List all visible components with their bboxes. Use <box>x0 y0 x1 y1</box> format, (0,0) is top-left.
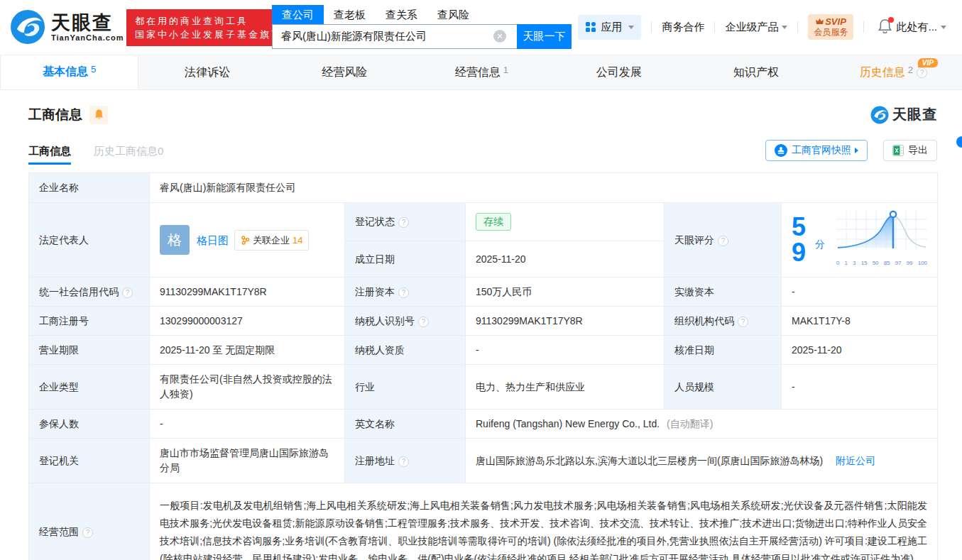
export-button[interactable]: 导出 <box>883 140 937 161</box>
menu-more[interactable]: 此处有... <box>896 21 946 34</box>
tab-count: 1 <box>503 65 508 75</box>
vip-badge: VIP <box>918 58 938 67</box>
brand-domain: TianYanCha.com <box>51 33 124 42</box>
tab-intellectual-property[interactable]: 知识产权 <box>687 55 824 89</box>
org-network-icon <box>241 236 250 245</box>
status-badge: 存续 <box>476 213 511 231</box>
score-unit: 分 <box>815 237 825 252</box>
uscc-value: 91130299MAK1T17Y8R <box>150 278 345 307</box>
reg-capital-label: 注册资本? <box>345 278 466 307</box>
industry-label: 行业 <box>345 365 466 410</box>
table-row: 企业名称 睿风(唐山)新能源有限责任公司 <box>29 173 938 203</box>
legal-rep-avatar[interactable]: 格 <box>160 225 190 255</box>
paid-capital-value: - <box>782 278 938 307</box>
subtab-history-registration[interactable]: 历史工商信息0 <box>94 145 163 165</box>
chevron-down-icon <box>941 26 946 29</box>
auto-translate-note: (自动翻译) <box>667 418 713 429</box>
more-label: 此处有... <box>896 21 937 34</box>
snapshot-label: 工商官网快照 <box>792 144 851 157</box>
menu-biz-coop[interactable]: 商务合作 <box>662 21 704 34</box>
tab-business-info[interactable]: 经营信息 1 <box>413 55 550 89</box>
export-label: 导出 <box>908 144 928 157</box>
help-icon[interactable]: ? <box>917 67 927 78</box>
tab-company-development[interactable]: 公司发展 <box>550 55 687 89</box>
business-term-label: 营业期限 <box>29 336 150 365</box>
help-icon[interactable]: ? <box>418 317 429 327</box>
apps-menu[interactable]: 应用 <box>578 15 641 40</box>
help-icon[interactable]: ? <box>718 236 728 246</box>
reg-authority-value: 唐山市市场监督管理局唐山国际旅游岛分局 <box>150 439 345 483</box>
search-tab-company[interactable]: 查公司 <box>272 5 324 24</box>
related-count: 14 <box>293 233 302 248</box>
section-title: 工商信息 <box>28 106 82 124</box>
english-name-label: 英文名称 <box>345 410 466 439</box>
related-companies-badge[interactable]: 关联企业 14 <box>234 230 309 251</box>
help-icon[interactable]: ? <box>398 456 409 467</box>
help-icon[interactable]: ? <box>122 287 133 298</box>
reg-number-label: 工商注册号 <box>29 307 150 336</box>
divider <box>863 21 864 33</box>
score-distribution-chart: 01 315 5085 9799 100 <box>836 209 927 270</box>
tab-count: 2 <box>908 65 913 75</box>
org-code-label: 组织机构代码? <box>665 307 782 336</box>
nearby-companies-link[interactable]: 附近公司 <box>836 455 875 466</box>
table-row: 企业类型 有限责任公司(非自然人投资或控股的法人独资) 行业 电力、热力生产和供… <box>29 365 938 410</box>
search-input[interactable] <box>272 24 517 49</box>
table-row: 法定代表人 格 格日图 关联企业 14 <box>29 203 938 241</box>
approval-date-value: 2025-11-20 <box>782 336 938 365</box>
tab-basic-info[interactable]: 基本信息 5 <box>0 55 138 89</box>
reg-status-label: 登记状态? <box>345 203 466 241</box>
search-tab-risk[interactable]: 查风险 <box>427 5 479 24</box>
help-icon[interactable]: ? <box>398 287 409 298</box>
score-cell: 59 分 <box>782 203 938 278</box>
reg-capital-value: 150万人民币 <box>466 278 665 307</box>
apps-label: 应用 <box>601 21 622 34</box>
help-icon[interactable]: ? <box>82 527 93 538</box>
company-name-label: 企业名称 <box>29 173 150 203</box>
company-type-value: 有限责任公司(非自然人投资或控股的法人独资) <box>150 365 345 410</box>
score-value: 59 <box>792 214 813 265</box>
staff-size-value: - <box>782 365 938 410</box>
stamp-icon <box>775 144 787 157</box>
tab-operating-risk[interactable]: 经营风险 <box>276 55 413 89</box>
tianyancha-logo-icon <box>870 106 889 124</box>
reg-authority-label: 登记机关 <box>29 439 150 483</box>
tab-count: 5 <box>91 64 96 75</box>
svip-member-button[interactable]: SVIP 会员服务 <box>808 14 853 40</box>
help-icon[interactable]: ? <box>738 317 748 327</box>
reg-number-value: 130299000003127 <box>150 307 345 336</box>
top-header: 天眼查 TianYanCha.com 都在用的商业查询工具 国家中小企业发展子基… <box>0 0 962 55</box>
tab-history-info[interactable]: VIP 历史信息 2 ? <box>825 55 962 89</box>
company-name-value: 睿风(唐山)新能源有限责任公司 <box>150 173 938 203</box>
search-tab-relation[interactable]: 查关系 <box>376 5 427 24</box>
industry-value: 电力、热力生产和供应业 <box>466 365 665 410</box>
help-icon[interactable]: ? <box>398 217 409 228</box>
official-snapshot-button[interactable]: 工商官网快照 <box>765 140 868 161</box>
english-name-value: Ruifeng (Tangshan) New Energy Co., Ltd. … <box>466 410 938 439</box>
reg-address-label: 注册地址? <box>345 439 466 483</box>
tianyancha-logo[interactable]: 天眼查 TianYanCha.com <box>10 9 124 45</box>
tab-label: 公司发展 <box>596 65 642 80</box>
tab-label: 历史信息 <box>860 65 905 80</box>
business-scope-label: 经营范围? <box>29 483 150 560</box>
taxpayer-id-value: 91130299MAK1T17Y8R <box>466 307 665 336</box>
tab-label: 经营风险 <box>322 65 367 80</box>
search-tab-boss[interactable]: 查老板 <box>324 5 376 24</box>
legal-rep-label: 法定代表人 <box>29 203 150 278</box>
taxpayer-quals-value: - <box>466 336 665 365</box>
score-axis-ticks: 01 315 5085 9799 100 <box>836 256 927 270</box>
staff-size-label: 人员规模 <box>665 365 782 410</box>
search-button[interactable]: 天眼一下 <box>517 24 572 49</box>
legal-rep-cell: 格 格日图 关联企业 14 <box>150 203 345 278</box>
menu-enterprise[interactable]: 企业级产品 <box>725 21 787 34</box>
subscribe-bell-button[interactable] <box>89 106 108 124</box>
legal-rep-link[interactable]: 格日图 <box>197 233 229 248</box>
tab-legal-proceedings[interactable]: 法律诉讼 <box>138 55 275 89</box>
clear-search-icon[interactable]: ✕ <box>493 30 506 43</box>
subtab-current-registration[interactable]: 工商信息 <box>28 145 71 165</box>
tab-label: 知识产权 <box>733 65 779 80</box>
chevron-right-icon <box>855 148 858 153</box>
notifications-button[interactable] <box>878 19 892 35</box>
chevron-down-icon <box>628 26 634 29</box>
chevron-down-icon <box>782 26 787 29</box>
